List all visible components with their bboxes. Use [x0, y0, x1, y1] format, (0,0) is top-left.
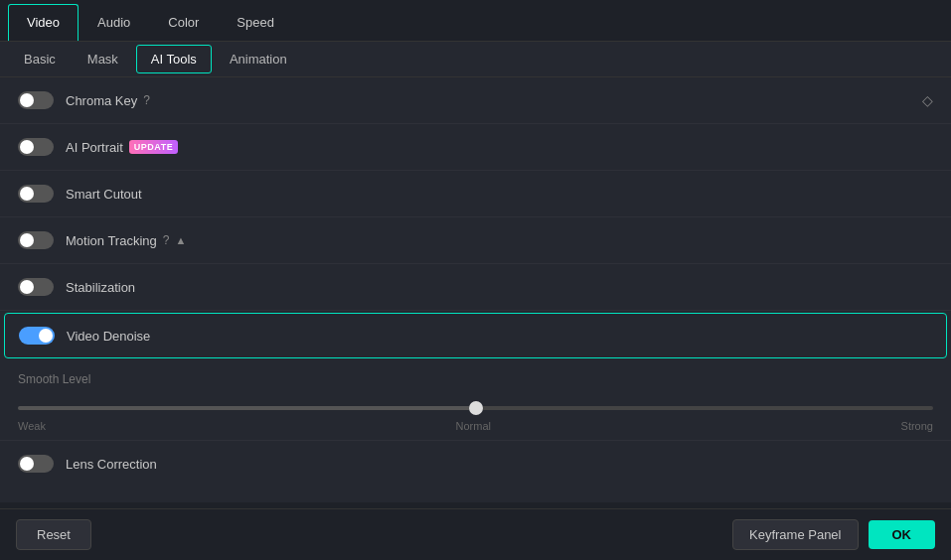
smart-cutout-label: Smart Cutout [66, 187, 933, 202]
bottom-bar: Reset Keyframe Panel OK [0, 508, 951, 560]
ai-portrait-label: AI Portrait UPDATE [66, 140, 933, 155]
tab-basic[interactable]: Basic [8, 42, 72, 76]
ai-portrait-row: AI Portrait UPDATE [0, 124, 951, 171]
stabilization-label: Stabilization [66, 280, 933, 295]
slider-label-strong: Strong [901, 420, 933, 432]
stabilization-toggle[interactable] [18, 278, 54, 296]
slider-label-weak: Weak [18, 420, 46, 432]
smooth-level-slider[interactable] [18, 406, 933, 410]
tab-video[interactable]: Video [8, 4, 79, 41]
video-denoise-label: Video Denoise [67, 329, 932, 344]
chroma-key-diamond-icon[interactable]: ◇ [922, 92, 933, 108]
tab-speed[interactable]: Speed [218, 4, 293, 41]
tab-ai-tools[interactable]: AI Tools [136, 45, 212, 73]
tab-animation[interactable]: Animation [214, 42, 303, 76]
top-tab-bar: Video Audio Color Speed [0, 0, 951, 42]
ai-portrait-badge: UPDATE [129, 140, 178, 154]
chroma-key-help-icon[interactable]: ? [143, 93, 150, 107]
sub-tab-bar: Basic Mask AI Tools Animation [0, 42, 951, 77]
lens-correction-row: Lens Correction [0, 441, 951, 487]
chroma-key-label: Chroma Key ? [66, 93, 922, 108]
reset-button[interactable]: Reset [16, 519, 91, 550]
smart-cutout-row: Smart Cutout [0, 171, 951, 217]
tab-audio[interactable]: Audio [79, 4, 149, 41]
chroma-key-toggle[interactable] [18, 91, 54, 109]
lens-correction-label: Lens Correction [66, 457, 933, 472]
smart-cutout-toggle[interactable] [18, 185, 54, 203]
stabilization-row: Stabilization [0, 264, 951, 311]
motion-tracking-row: Motion Tracking ? ▲ [0, 217, 951, 264]
smooth-level-label: Smooth Level [18, 372, 933, 386]
ai-portrait-toggle[interactable] [18, 138, 54, 156]
motion-tracking-collapse-icon[interactable]: ▲ [175, 234, 186, 246]
chroma-key-row: Chroma Key ? ◇ [0, 77, 951, 124]
tab-color[interactable]: Color [149, 4, 218, 41]
content-area: Chroma Key ? ◇ AI Portrait UPDATE Smart … [0, 77, 951, 502]
smooth-slider-container [18, 396, 933, 414]
right-buttons: Keyframe Panel OK [732, 519, 935, 550]
motion-tracking-help-icon[interactable]: ? [163, 233, 170, 247]
smooth-level-section: Smooth Level Weak Normal Strong [0, 360, 951, 441]
ok-button[interactable]: OK [869, 520, 936, 549]
video-denoise-row: Video Denoise [4, 313, 947, 358]
slider-label-normal: Normal [456, 420, 491, 432]
video-denoise-toggle[interactable] [19, 327, 55, 345]
slider-labels: Weak Normal Strong [18, 420, 933, 432]
lens-correction-toggle[interactable] [18, 455, 54, 473]
motion-tracking-label: Motion Tracking ? ▲ [66, 233, 933, 248]
keyframe-panel-button[interactable]: Keyframe Panel [732, 519, 859, 550]
tab-mask[interactable]: Mask [72, 42, 134, 76]
motion-tracking-toggle[interactable] [18, 231, 54, 249]
